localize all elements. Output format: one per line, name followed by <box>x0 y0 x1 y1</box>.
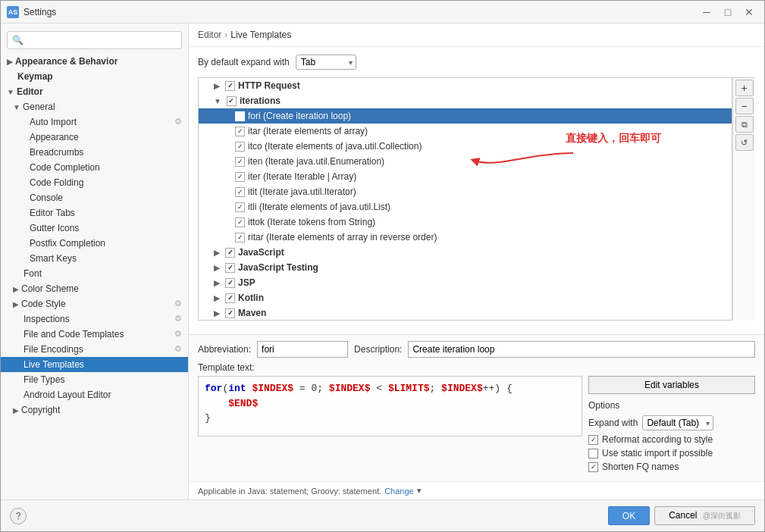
sidebar-label: Font <box>24 268 42 279</box>
sidebar-item-keymap[interactable]: Keymap <box>1 69 188 84</box>
template-label: iterations <box>240 95 281 106</box>
cancel-button[interactable]: Cancel @深街孤影 <box>654 506 755 525</box>
shorten-checkbox[interactable] <box>588 462 598 472</box>
template-item-javascript[interactable]: ▶JavaScript <box>199 245 732 260</box>
template-item-javascript-testing[interactable]: ▶JavaScript Testing <box>199 260 732 275</box>
restore-template-button[interactable]: ↺ <box>735 134 754 151</box>
tree-arrow: ▶ <box>214 279 220 287</box>
template-checkbox[interactable] <box>225 263 235 273</box>
template-checkbox[interactable] <box>235 233 245 243</box>
breadcrumb-current: Live Templates <box>230 30 291 40</box>
bottom-panel: Abbreviation: Description: Template text… <box>189 334 764 481</box>
sidebar-item-editor[interactable]: ▼ Editor <box>1 84 188 99</box>
template-checkbox[interactable] <box>235 157 245 167</box>
sidebar-item-general[interactable]: ▼ General <box>1 99 188 114</box>
template-item-iten[interactable]: iten (Iterate java.util.Enumeration) <box>199 154 732 169</box>
template-checkbox[interactable] <box>227 96 237 106</box>
template-checkbox[interactable] <box>235 127 245 136</box>
template-checkbox[interactable] <box>235 202 245 212</box>
reformat-checkbox[interactable] <box>588 435 598 445</box>
sidebar-item-live-templates[interactable]: Live Templates <box>1 357 188 372</box>
template-item-itco[interactable]: itco (Iterate elements of java.util.Coll… <box>199 139 732 154</box>
sidebar-item-appearance[interactable]: Appearance <box>1 130 188 145</box>
sidebar-item-code-completion[interactable]: Code Completion <box>1 160 188 175</box>
template-item-jsp[interactable]: ▶JSP <box>199 275 732 290</box>
template-item-http-request[interactable]: ▶HTTP Request <box>199 78 732 93</box>
sidebar-item-appearance-behavior[interactable]: ▶ Appearance & Behavior <box>1 54 188 69</box>
copy-template-button[interactable]: ⧉ <box>735 116 754 133</box>
abbr-row: Abbreviation: Description: <box>198 341 755 358</box>
template-label: JSP <box>238 277 256 288</box>
expand-with-select[interactable]: Default (Tab) Tab Enter Space <box>642 415 713 430</box>
template-code-editor[interactable]: for(int $INDEX$ = 0; $INDEX$ < $LIMIT$; … <box>198 376 582 437</box>
sidebar-item-editor-tabs[interactable]: Editor Tabs <box>1 205 188 221</box>
sidebar-item-breadcrumbs[interactable]: Breadcrumbs <box>1 145 188 160</box>
search-input[interactable] <box>12 35 177 45</box>
template-checkbox[interactable] <box>225 81 235 91</box>
template-item-itar[interactable]: itar (Iterate elements of array) <box>199 124 732 139</box>
template-checkbox[interactable] <box>235 217 245 227</box>
sidebar-label: Gutter Icons <box>30 223 79 233</box>
template-item-itit[interactable]: itit (Iterate java.util.Iterator) <box>199 184 732 199</box>
sidebar-item-smart-keys[interactable]: Smart Keys <box>1 251 188 266</box>
template-checkbox[interactable] <box>225 278 235 288</box>
ok-button[interactable]: OK <box>608 506 650 525</box>
help-button[interactable]: ? <box>10 508 27 524</box>
expand-arrow: ▶ <box>13 285 19 293</box>
sidebar-item-font[interactable]: Font <box>1 266 188 281</box>
sidebar-item-auto-import[interactable]: Auto Import⚙ <box>1 114 188 130</box>
abbreviation-input[interactable] <box>257 341 348 358</box>
expand-select[interactable]: Tab Enter Space <box>296 55 356 70</box>
static-import-checkbox[interactable] <box>588 449 598 458</box>
sidebar-item-color-scheme[interactable]: ▶ Color Scheme <box>1 281 188 296</box>
sidebar-item-gutter-icons[interactable]: Gutter Icons <box>1 221 188 236</box>
description-input[interactable] <box>408 341 755 358</box>
applicable-change-link[interactable]: Change <box>384 487 414 496</box>
sidebar-item-file-code-templates[interactable]: File and Code Templates⚙ <box>1 327 188 342</box>
edit-variables-button[interactable]: Edit variables <box>588 376 755 394</box>
sidebar-label: Color Scheme <box>21 283 79 294</box>
sidebar-item-copyright[interactable]: ▶ Copyright <box>1 402 188 418</box>
template-checkbox[interactable] <box>225 293 235 303</box>
template-item-iter[interactable]: iter (Iterate Iterable | Array) <box>199 169 732 184</box>
dialog-footer: ? OK Cancel @深街孤影 <box>1 499 764 531</box>
template-item-ritar[interactable]: ritar (Iterate elements of array in reve… <box>199 230 732 245</box>
close-button[interactable]: ✕ <box>740 5 758 20</box>
template-checkbox[interactable] <box>235 111 245 121</box>
template-checkbox[interactable] <box>225 308 235 318</box>
template-item-kotlin[interactable]: ▶Kotlin <box>199 290 732 305</box>
template-item-fori[interactable]: fori (Create iteration loop) <box>199 108 732 124</box>
template-label: HTTP Request <box>238 80 300 91</box>
code-line-2: $END$ <box>205 396 575 412</box>
title-bar: AS Settings ─ □ ✕ <box>1 1 764 23</box>
template-item-itli[interactable]: itli (Iterate elements of java.util.List… <box>199 199 732 214</box>
sidebar-label: Auto Import <box>30 117 77 127</box>
sidebar-item-console[interactable]: Console <box>1 190 188 205</box>
shorten-label: Shorten FQ names <box>602 462 679 472</box>
template-item-ittok[interactable]: ittok (Iterate tokens from String) <box>199 214 732 230</box>
template-item-iterations[interactable]: ▼iterations <box>199 93 732 108</box>
sidebar-item-file-encodings[interactable]: File Encodings⚙ <box>1 342 188 357</box>
add-template-button[interactable]: + <box>735 80 754 96</box>
sidebar-item-postfix-completion[interactable]: Postfix Completion <box>1 236 188 251</box>
breadcrumb-separator: › <box>224 30 227 40</box>
template-checkbox[interactable] <box>225 248 235 258</box>
minimize-button[interactable]: ─ <box>698 5 716 20</box>
template-checkbox[interactable] <box>235 142 245 152</box>
template-checkbox[interactable] <box>235 187 245 197</box>
sidebar-item-inspections[interactable]: Inspections⚙ <box>1 311 188 327</box>
expand-row: By default expand with Tab Enter Space <box>198 55 755 70</box>
gear-icon: ⚙ <box>174 117 182 127</box>
remove-template-button[interactable]: − <box>735 98 754 114</box>
sidebar-item-code-folding[interactable]: Code Folding <box>1 175 188 190</box>
sidebar-item-android-layout-editor[interactable]: Android Layout Editor <box>1 387 188 402</box>
sidebar-item-code-style[interactable]: ▶ Code Style⚙ <box>1 296 188 311</box>
shorten-checkbox-row: Shorten FQ names <box>588 462 755 472</box>
template-checkbox[interactable] <box>235 172 245 182</box>
sidebar-label: Appearance <box>30 132 79 142</box>
sidebar-label: Code Completion <box>30 162 100 173</box>
search-box[interactable] <box>7 31 182 49</box>
sidebar-item-file-types[interactable]: File Types <box>1 372 188 387</box>
template-item-maven[interactable]: ▶Maven <box>199 305 732 321</box>
maximize-button[interactable]: □ <box>719 5 737 20</box>
